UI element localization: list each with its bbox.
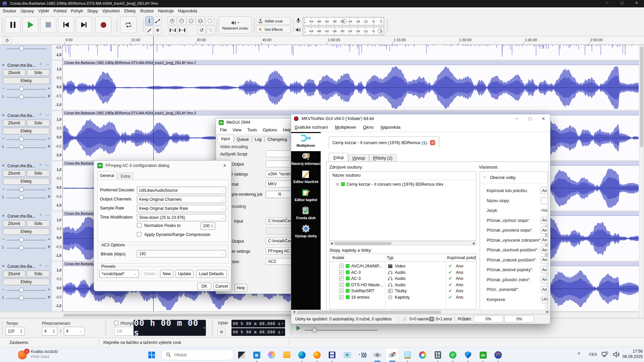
mute-button[interactable]: Ztlumit [3,270,25,277]
property-field[interactable]: An [541,276,548,283]
taskbar-icon-notes[interactable] [401,348,414,362]
tempo-input[interactable]: 120▲▼ [5,327,25,336]
vertical-scrollbar-thumb[interactable] [640,47,643,147]
track-collapse-icon[interactable]: ^ [40,214,41,218]
clock[interactable]: 17:56 06.09.2025 [623,349,643,359]
search-box[interactable]: Hledat [161,349,234,360]
close-button[interactable]: ✕ [537,116,550,121]
slider-thumb[interactable] [19,237,24,242]
skip-start-button[interactable] [58,16,74,33]
property-field[interactable] [541,197,548,204]
slider-rail[interactable] [7,298,46,299]
track-control-panel[interactable]: ×Conan.the.Ba...^⋯ZtlumitSóloEfekty−+LP [0,212,52,261]
tab-general[interactable]: General [97,171,117,180]
property-field[interactable]: An [541,187,548,194]
track-close-button[interactable]: × [2,113,5,118]
tray-language[interactable]: CES [589,352,597,356]
track-checkbox[interactable]: ✓ [339,264,343,268]
track-menu-icon[interactable]: ⋯ [45,62,49,67]
track-control-panel[interactable]: ×Conan.the.Ba...^⋯ZtlumitSóloEfekty−+LP [0,61,52,110]
menu-item-výběr[interactable]: Výběr [38,9,49,13]
tray-chevron-icon[interactable]: ^ [578,351,580,356]
mkv-menu-grafické-rozhraní[interactable]: Grafické rozhraní [294,125,328,130]
taskbar-icon-megui[interactable]: m [476,348,490,362]
audio-track-field[interactable] [266,228,294,234]
audio-encoder-field[interactable]: FFmpeg AC-3: [266,248,294,254]
collapse-triangle-icon[interactable]: ▽ [483,176,486,179]
slider-thumb[interactable] [19,86,24,91]
load-defaults-button[interactable]: Load Defaults [196,270,227,278]
slider-rail[interactable] [7,248,46,249]
minimize-button[interactable]: ─ [510,117,523,121]
track-row[interactable]: ✓SubRip/SRTTTitulky✔Ano [330,288,476,294]
zoom-project-button[interactable]: ⊏⊐ [196,16,205,25]
property-field[interactable]: An [541,286,548,293]
taskbar-icon-mkvtoolnix-background[interactable] [371,348,384,362]
mkv-menu-multiplexer[interactable]: Multiplexer [335,125,356,130]
play-button[interactable] [22,16,39,33]
megui-menu-file[interactable]: File [220,128,227,132]
ok-button[interactable]: OK [197,283,211,290]
slider-rail[interactable] [7,48,46,49]
taskbar-icon-security[interactable] [461,348,475,362]
source-file-name[interactable]: Cerny korzar - Il corsaro nero (1976) BD… [346,182,474,187]
track-control-panel[interactable]: ×Conan.the.Ba...^⋯ZtlumitSóloEfekty−+LP [0,111,52,160]
slider-rail[interactable] [7,97,46,98]
trim-audio-button[interactable] [168,26,177,35]
taskbar-icon-photos[interactable] [340,348,354,362]
track-close-button[interactable]: × [2,163,5,168]
slider-thumb[interactable] [19,145,24,149]
mkv-file-tab[interactable]: Cerny korzar - Il corsaro nero (1976) BD… [329,136,439,148]
solo-button[interactable]: Sólo [27,170,50,177]
track-row[interactable]: ✓AVC/H.264/MP...Video✔Ano [330,263,476,269]
slider-rail[interactable] [7,240,46,241]
taskbar-icon-paint[interactable] [416,348,429,362]
timeline-options-button[interactable]: ⚙ [3,37,11,44]
slider-rail[interactable] [7,189,46,190]
share-audio-button[interactable]: Sdílet zvuk [256,17,291,25]
property-field[interactable]: An [541,217,548,224]
slider-thumb[interactable] [19,187,24,192]
sidebar-item-výstup-úlohy[interactable]: Výstup úlohy [291,224,321,242]
track-name[interactable]: Conan.the.Ba... [7,164,38,168]
help-button[interactable]: Help [234,284,247,292]
time-modification-select[interactable]: Slow-down (25 to 23.976)⌄ [137,214,226,221]
track-control-panel[interactable] [0,45,52,60]
horizontal-scrollbar-thumb[interactable] [63,314,318,317]
mute-button[interactable]: Ztlumit [3,220,25,227]
selection-options-button[interactable]: ⚙ [217,328,225,336]
menu-item-pohyb[interactable]: Pohyb [71,9,83,13]
megui-menu-help[interactable]: Help [283,128,291,132]
track-name[interactable]: Conan.the.Ba... [7,264,38,269]
record-button[interactable] [95,16,111,33]
taskbar-icon-edge[interactable] [295,348,309,362]
mkv-tab-výstup[interactable]: Výstup [348,154,369,162]
solo-button[interactable]: Sólo [27,69,50,76]
track-control-panel[interactable]: ×Conan.the.Ba...^⋯ZtlumitSóloEfekty−+LP [0,262,52,311]
track-row[interactable]: ✓DTS-HD Maste...Audio✔Ano [330,282,476,288]
menu-item-soubor[interactable]: Soubor [3,9,16,13]
mkv-tab-přílohy-2[interactable]: Přílohy (2) [369,154,396,162]
avisynth-script-field[interactable] [266,150,294,157]
audio-output-field[interactable]: C:\Install\Čern [266,238,294,244]
pause-button[interactable] [5,16,21,33]
solo-button[interactable]: Sólo [27,270,50,277]
zoom-toggle-button[interactable] [205,16,214,25]
selection-tool-button[interactable]: I [145,16,153,25]
stop-button[interactable] [40,16,56,33]
track-menu-icon[interactable]: ⋯ [45,213,49,218]
spinner-icons[interactable]: ▲▼ [20,329,22,334]
skip-end-button[interactable] [76,16,92,33]
zoom-out-button[interactable]: − [177,16,186,25]
sources-hscrollbar[interactable]: ◀ ▶ [329,241,476,246]
tracks-table[interactable]: KodekTypKopírovat položk✓AVC/H.264/MP...… [329,254,476,309]
new-button[interactable]: New [160,270,173,278]
track-checkbox[interactable]: ✓ [339,270,343,275]
track-name[interactable]: Conan.the.Ba... [7,63,38,68]
slider-thumb[interactable] [19,195,24,200]
mkv-menu-okno[interactable]: Okno [363,125,374,130]
megui-tab-changelog[interactable]: Changelog [265,136,290,142]
sidebar-item-fronta-úloh[interactable]: Fronta úloh [291,205,321,224]
track-close-button[interactable]: × [2,263,5,268]
minimize-button[interactable]: ─ [600,1,614,5]
